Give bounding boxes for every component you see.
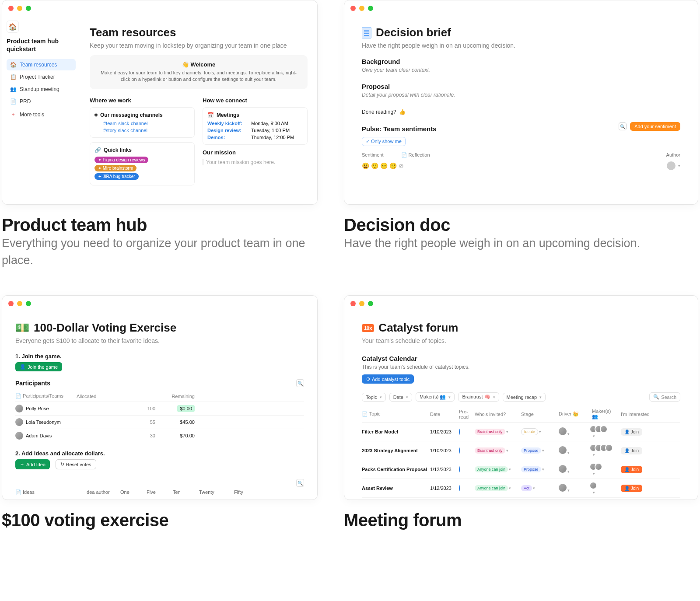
participant-row[interactable]: Adam Davis30$70.00 — [15, 429, 304, 442]
thumbs-up-icon[interactable]: 👍 — [399, 109, 406, 115]
person-icon: 👤 — [20, 364, 26, 370]
calendar-icon: 📅 — [207, 112, 214, 118]
topic-date: 1/12/2023 — [430, 486, 456, 491]
join-button[interactable]: 👤 Join — [621, 485, 642, 492]
author-avatar[interactable] — [667, 161, 676, 170]
slack-icon: ⌗ — [94, 112, 98, 118]
close-icon[interactable] — [350, 301, 356, 306]
slack-channel-link[interactable]: #team-slack-channel — [103, 121, 190, 126]
stage-pill[interactable]: Propose — [521, 466, 541, 472]
filter-date[interactable]: Date▾ — [389, 393, 412, 402]
col-stage: Stage — [521, 412, 556, 417]
who-invited-pill[interactable]: Anyone can join — [475, 466, 508, 472]
globe-icon[interactable] — [459, 466, 460, 472]
proposal-placeholder[interactable]: Detail your proposal with clear rational… — [362, 92, 680, 98]
col-ideas: 📄 Ideas — [15, 489, 85, 495]
search-icon: 🔍 — [653, 394, 659, 400]
sentiment-emoji[interactable]: 🙂 — [371, 162, 378, 169]
maximize-icon[interactable] — [26, 6, 31, 11]
minimize-icon[interactable] — [17, 6, 22, 11]
card-subtitle: Have the right people weigh in on an upc… — [344, 235, 698, 252]
sentiment-emoji[interactable]: 🙁 — [389, 162, 397, 169]
home-icon: 🏠 — [10, 62, 16, 68]
sidebar-item-team-resources[interactable]: 🏠Team resources — [7, 59, 76, 70]
driver-avatar — [559, 465, 567, 473]
topic-row[interactable]: Filter Bar Model1/10/2023Braintrust only… — [362, 423, 680, 441]
search-button[interactable]: 🔍 — [619, 122, 626, 130]
filter-meeting-recap[interactable]: Meeting recap▾ — [503, 393, 546, 402]
quick-link-miro[interactable]: ✦ Miro brainstorm — [94, 165, 136, 171]
page-title: 10xCatalyst forum — [362, 321, 680, 335]
participant-row[interactable]: Polly Rose100$0.00 — [15, 402, 304, 415]
add-catalyst-topic-button[interactable]: ⊕Add catalyst topic — [362, 374, 414, 384]
idea-row[interactable]: Mobile app design ▾ 💵 💵 💵 💵 💵 — [15, 498, 304, 500]
topic-row[interactable]: Asset Review1/12/2023Anyone can join▾Act… — [362, 479, 680, 498]
main-content: Team resources Keep your team moving in … — [80, 16, 317, 205]
who-invited-pill[interactable]: Braintrust only — [475, 447, 505, 454]
driver-avatar — [559, 446, 567, 454]
col-who: Who's invited? — [475, 412, 518, 417]
maker-avatars — [592, 463, 618, 471]
join-game-button[interactable]: 👤Join the game — [15, 362, 62, 371]
sidebar-item-standup[interactable]: 👥Standup meeting — [7, 84, 76, 95]
stage-pill[interactable]: Act — [521, 485, 532, 491]
quick-links-box: 🔗Quick links ✦ Figma design reviews ✦ Mi… — [90, 142, 195, 185]
quick-link-figma[interactable]: ✦ Figma design reviews — [94, 157, 148, 163]
quick-link-jira[interactable]: ✦ JIRA bug tracker — [94, 173, 139, 180]
meetings-box: 📅Meetings Weekly kickoff:Monday, 9:00 AM… — [203, 107, 308, 145]
sidebar-item-prd[interactable]: 📄PRD — [7, 96, 76, 107]
close-icon[interactable] — [350, 6, 356, 11]
filter-braintrust[interactable]: Braintrust 🧠▾ — [458, 392, 499, 402]
search-button[interactable]: 🔍 — [296, 479, 304, 487]
topic-row[interactable]: Feedback on UX flows1/17/2023Anyone can … — [362, 498, 680, 500]
slack-channel-link[interactable]: #story-slack-channel — [103, 128, 190, 133]
globe-icon[interactable] — [459, 429, 460, 435]
minimize-icon[interactable] — [17, 301, 22, 306]
welcome-card: 👋 Welcome Make it easy for your team to … — [90, 55, 308, 89]
col-date: Date — [430, 412, 456, 417]
topic-row[interactable]: 2023 Strategy Alignment1/10/2023Braintru… — [362, 441, 680, 460]
avatar — [15, 418, 23, 426]
search-button[interactable]: 🔍 — [296, 379, 304, 387]
who-invited-pill[interactable]: Anyone can join — [475, 485, 508, 491]
background-placeholder[interactable]: Give your team clear context. — [362, 67, 680, 73]
mission-input[interactable]: Your team mission goes here. — [203, 159, 308, 165]
globe-icon[interactable] — [459, 485, 460, 491]
topic-row[interactable]: Packs Certification Proposal1/12/2023Any… — [362, 460, 680, 479]
stage-pill[interactable]: Ideate — [521, 428, 538, 435]
proposal-heading: Proposal — [362, 83, 680, 90]
join-button[interactable]: 👤 Join — [621, 447, 642, 454]
minimize-icon[interactable] — [359, 301, 364, 306]
reset-votes-button[interactable]: ↻ Reset votes — [56, 459, 96, 469]
join-button[interactable]: 👤 Join — [621, 428, 642, 436]
product-team-hub-window: 🏠 Product team hub quickstart 🏠Team reso… — [2, 0, 318, 205]
close-icon[interactable] — [8, 6, 14, 11]
join-button[interactable]: 👤 Join — [621, 466, 642, 473]
sentiment-emoji[interactable]: 😀 — [362, 162, 369, 169]
close-icon[interactable] — [8, 301, 14, 306]
maker-avatars — [592, 482, 618, 489]
chevron-down-icon[interactable]: ▾ — [678, 164, 680, 168]
search-input[interactable]: 🔍Search — [649, 392, 680, 402]
step-1-heading: 1. Join the game. — [15, 353, 304, 360]
filter-makers[interactable]: Maker(s) 👥▾ — [416, 392, 455, 402]
minimize-icon[interactable] — [359, 6, 364, 11]
who-invited-pill[interactable]: Braintrust only — [475, 429, 505, 435]
globe-icon[interactable] — [459, 447, 460, 454]
maximize-icon[interactable] — [368, 301, 373, 306]
participant-row[interactable]: Lola Tseudonym55$45.00 — [15, 415, 304, 429]
add-sentiment-button[interactable]: Add your sentiment — [630, 122, 680, 131]
sidebar-item-more-tools[interactable]: ＋More tools — [7, 108, 76, 121]
sentiment-emoji[interactable]: ⊘ — [399, 162, 404, 169]
maximize-icon[interactable] — [26, 301, 31, 306]
plus-icon: ⊕ — [366, 376, 370, 382]
maximize-icon[interactable] — [368, 6, 373, 11]
sentiment-emoji[interactable]: 😐 — [380, 162, 388, 169]
stage-pill[interactable]: Propose — [521, 447, 541, 454]
window-chrome — [344, 296, 698, 311]
plus-icon: ＋ — [10, 111, 16, 118]
add-idea-button[interactable]: ＋ Add Idea — [15, 459, 50, 469]
sidebar-item-project-tracker[interactable]: 📋Project Tracker — [7, 71, 76, 83]
only-show-me-toggle[interactable]: ✓ Only show me — [362, 137, 406, 146]
filter-topic[interactable]: Topic▾ — [362, 393, 386, 402]
